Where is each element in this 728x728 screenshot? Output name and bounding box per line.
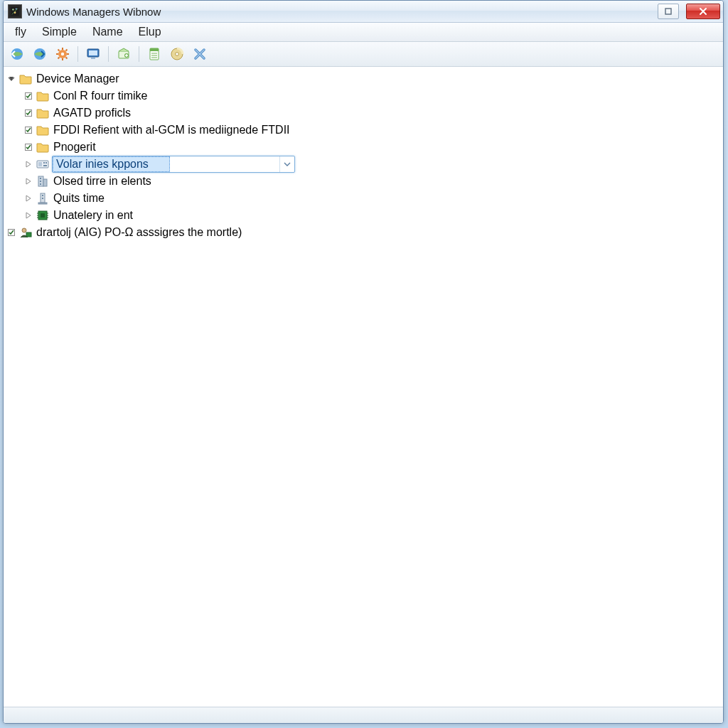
tree-item-combobox[interactable]: Volar inies kppons (52, 156, 295, 173)
chip-icon (36, 209, 49, 222)
window-title: Windows Managers Wibnow (26, 6, 161, 18)
globe-back-icon[interactable] (8, 45, 26, 63)
tree-item[interactable]: drartolj (AIG) PO-Ω asssigres the mortle… (5, 224, 722, 241)
svg-point-8 (61, 53, 64, 55)
device-tree: Device Manager Conl R fourr timike AGATD… (5, 70, 722, 241)
svg-point-28 (176, 53, 179, 56)
monitor-blue-icon[interactable] (84, 45, 102, 63)
tree-root-row[interactable]: Device Manager (5, 70, 722, 87)
gear-orange-icon[interactable] (53, 45, 72, 63)
building-icon (36, 175, 49, 188)
svg-point-56 (22, 228, 26, 232)
statusbar (4, 707, 723, 723)
tree-item[interactable]: AGATD proficls (22, 105, 722, 122)
close-button[interactable] (686, 4, 720, 19)
app-window: Windows Managers Wibnow fly Simple Name … (3, 0, 724, 724)
svg-rect-19 (91, 58, 95, 59)
user-chip-icon (19, 226, 32, 239)
svg-rect-40 (40, 178, 41, 179)
menu-elup[interactable]: Elup (132, 24, 168, 40)
svg-rect-35 (43, 162, 45, 164)
svg-line-14 (66, 58, 68, 59)
menu-fly[interactable]: fly (8, 24, 33, 40)
menubar: fly Simple Name Elup (4, 23, 723, 42)
tree-item[interactable]: FDDI Refient with al-GCM is mediignede F… (22, 122, 722, 139)
menu-name[interactable]: Name (85, 24, 130, 40)
svg-rect-41 (40, 181, 41, 182)
tree-item[interactable]: Pnogerit (22, 139, 722, 156)
content-area: Device Manager Conl R fourr timike AGATD… (4, 67, 723, 707)
globe-forward-icon[interactable] (31, 45, 49, 63)
tree-item[interactable]: Conl R fourr timike (22, 87, 722, 105)
tree-item[interactable]: Olsed tirre in elents (22, 173, 722, 190)
chevron-down-icon[interactable] (279, 156, 294, 172)
svg-line-15 (66, 50, 68, 51)
arrow-expander-icon[interactable] (23, 210, 33, 220)
tower-icon (36, 192, 49, 205)
tree-item-label: Pnogerit (52, 140, 97, 154)
svg-line-13 (58, 50, 60, 51)
tree-item-selected[interactable]: Volar inies kppons (22, 156, 722, 173)
folder-icon (19, 73, 32, 85)
toolbar-separator (77, 46, 78, 62)
arrow-expander-icon[interactable] (23, 159, 33, 169)
box-green-icon[interactable] (114, 45, 133, 63)
app-icon (8, 4, 22, 18)
combobox-selected-value: Volar inies kppons (53, 156, 170, 172)
tree-item-label: Olsed tirre in elents (52, 174, 153, 188)
svg-rect-44 (38, 203, 47, 204)
svg-rect-45 (42, 195, 43, 196)
folder-icon (36, 124, 49, 136)
tree-root-label: Device Manager (35, 72, 121, 86)
check-expander-icon[interactable] (23, 142, 33, 152)
toolbar-separator (139, 46, 139, 62)
arrow-expander-icon[interactable] (23, 176, 33, 186)
tree-item-label: Quits time (52, 191, 106, 205)
svg-rect-36 (46, 162, 47, 164)
svg-rect-42 (40, 183, 41, 185)
svg-rect-23 (150, 48, 159, 51)
svg-rect-18 (89, 50, 97, 55)
folder-icon (36, 141, 49, 154)
minimize-button[interactable] (658, 4, 679, 19)
tree-item-label: drartolj (AIG) PO-Ω asssigres the mortle… (35, 225, 243, 240)
svg-line-16 (58, 58, 60, 59)
svg-rect-34 (38, 162, 42, 166)
folder-icon (36, 107, 49, 119)
svg-rect-4 (665, 9, 671, 14)
card-icon (36, 158, 49, 171)
titlebar: Windows Managers Wibnow (4, 1, 723, 23)
menu-simple[interactable]: Simple (35, 24, 84, 40)
disc-icon[interactable] (168, 45, 186, 63)
svg-rect-48 (41, 213, 45, 218)
arrow-expander-icon[interactable] (23, 193, 33, 203)
tree-item-label: AGATD proficls (52, 106, 132, 120)
check-expander-icon[interactable] (23, 108, 33, 118)
svg-rect-37 (43, 165, 47, 166)
svg-rect-57 (26, 232, 31, 237)
tree-item[interactable]: Quits time (22, 190, 722, 207)
toolbar-separator (108, 46, 109, 62)
check-expander-icon[interactable] (6, 228, 16, 237)
svg-rect-39 (43, 179, 47, 186)
expander-open-icon[interactable] (6, 74, 16, 84)
svg-rect-46 (42, 198, 43, 199)
x-blue-icon[interactable] (191, 45, 209, 63)
tree-item-label: Conl R fourr timike (52, 89, 149, 103)
sheet-green-icon[interactable] (145, 45, 164, 63)
tree-item-label: Unatelery in ent (52, 208, 134, 223)
svg-point-1 (12, 9, 14, 10)
tree-item-label: FDDI Refient with al-GCM is mediignede F… (52, 123, 291, 137)
check-expander-icon[interactable] (23, 91, 33, 101)
check-expander-icon[interactable] (23, 125, 33, 135)
toolbar (4, 42, 723, 67)
folder-icon (36, 90, 49, 102)
tree-item[interactable]: Unatelery in ent (22, 207, 722, 224)
